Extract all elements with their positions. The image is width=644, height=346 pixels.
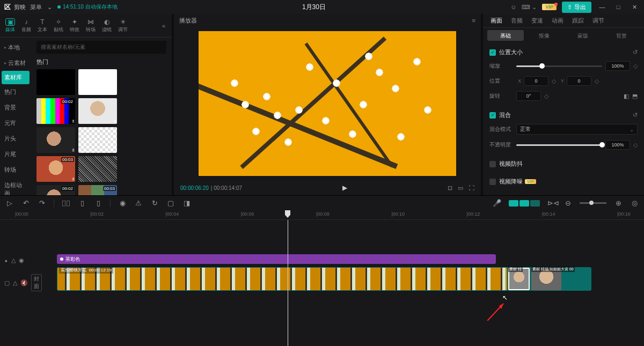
feedback-icon[interactable]: ☺ — [510, 4, 516, 10]
tool-tab-effect[interactable]: ✦特效 — [67, 15, 83, 36]
media-thumbnail[interactable] — [78, 127, 117, 153]
sidebar-item[interactable]: 热门 — [0, 84, 31, 100]
sidebar-item[interactable]: 边框动画 — [0, 178, 31, 195]
media-thumbnail[interactable]: 00:03± — [36, 156, 75, 182]
media-thumbnail[interactable] — [78, 69, 117, 95]
mic-icon[interactable]: 🎤 — [493, 199, 501, 207]
media-thumbnail[interactable] — [36, 69, 75, 95]
mute-icon[interactable]: ◉ — [19, 257, 24, 264]
redo-icon[interactable]: ↷ — [38, 199, 46, 207]
collapse-icon[interactable]: « — [158, 23, 170, 29]
sidebar-item[interactable]: 转场 — [0, 162, 31, 178]
shortcut-icon[interactable]: ⌨ ⌄ — [522, 4, 537, 11]
play-button[interactable]: ▶ — [342, 184, 347, 192]
stabilize-toggle[interactable]: ✓ — [489, 161, 496, 167]
reverse-icon[interactable]: ↻ — [150, 199, 159, 207]
tool-tab-audio[interactable]: ♪音频 — [18, 15, 34, 36]
undo-icon[interactable]: ↶ — [21, 199, 30, 207]
keyframe-opacity-icon[interactable]: ◇ — [633, 142, 638, 149]
prop-tab[interactable]: 调节 — [588, 14, 609, 27]
magnet-icon[interactable]: ⊳⊲ — [547, 199, 556, 207]
split-icon[interactable]: ⌷⌷ — [62, 199, 70, 207]
keyframe-y-icon[interactable]: ◇ — [595, 78, 599, 85]
denoise-toggle[interactable]: ✓ — [489, 179, 496, 185]
menu-dropdown[interactable]: 菜单 — [30, 3, 42, 11]
filter-clip[interactable]: 茶彩色 — [57, 254, 496, 264]
tool-tab-filter[interactable]: ◐滤镜 — [99, 15, 115, 36]
prop-subtab[interactable]: 抠像 — [526, 30, 562, 41]
prop-subtab[interactable]: 背景 — [603, 30, 640, 41]
blend-mode-dropdown[interactable]: 正常 — [516, 124, 638, 135]
media-thumbnail[interactable]: 00:02± — [36, 98, 75, 124]
visibility-icon[interactable]: △ — [13, 279, 17, 286]
freeze-icon[interactable]: ⚠ — [134, 199, 143, 207]
tool-tab-adjust[interactable]: ☀调节 — [115, 15, 131, 36]
playhead-marker[interactable] — [285, 210, 290, 218]
ratio-icon[interactable]: ▭ — [458, 185, 463, 192]
tool-tab-media[interactable]: ▣媒体 — [2, 15, 18, 36]
rotate-input[interactable]: 0° — [516, 91, 541, 101]
original-ratio-icon[interactable]: ⊡ — [448, 185, 452, 192]
mirror-icon[interactable]: ◨ — [182, 199, 191, 207]
maximize-button[interactable]: □ — [613, 2, 624, 12]
flip-v-icon[interactable]: ⬒ — [632, 93, 638, 100]
search-input[interactable]: 搜索素材名称/元素 — [36, 41, 166, 54]
opacity-slider[interactable] — [516, 144, 602, 146]
fit-icon[interactable]: ◎ — [630, 199, 639, 207]
zoom-slider[interactable] — [580, 202, 606, 204]
zoom-out-icon[interactable]: ⊖ — [564, 199, 572, 207]
sidebar-item[interactable]: 本地 — [0, 40, 31, 55]
media-thumbnail[interactable]: 00:03 — [78, 185, 117, 195]
sidebar-item[interactable]: 云素材 — [0, 55, 31, 71]
tracks-container[interactable]: 茶彩色 实拍樱桃开花 00:00:12:19 素材 转 素材 转场 站姐姐大黄 … — [42, 220, 644, 346]
delete-right-icon[interactable]: ▯ — [94, 199, 103, 207]
scale-value[interactable]: 100% — [605, 61, 630, 71]
select-tool-icon[interactable]: ▷ — [5, 199, 14, 207]
export-button[interactable]: ⇧ 导出 — [562, 2, 591, 13]
sidebar-item[interactable]: 片头 — [0, 131, 31, 146]
prop-subtab[interactable]: 蒙版 — [565, 30, 601, 41]
video-clip-main[interactable] — [57, 268, 507, 290]
tool-tab-text[interactable]: T文本 — [34, 15, 50, 36]
menu-chevron-icon[interactable]: ⌄ — [47, 4, 52, 11]
close-button[interactable]: ✕ — [629, 2, 640, 12]
vip-badge[interactable]: VIP — [542, 4, 557, 10]
tool-tab-sticker[interactable]: ✧贴纸 — [50, 15, 67, 36]
crop-icon[interactable]: ▢ — [166, 199, 175, 207]
sidebar-item[interactable]: 背景 — [0, 100, 31, 115]
timeline-ruler[interactable]: |00:00|00:02|00:04|00:06|00:08|00:10|00:… — [0, 210, 644, 220]
keyframe-x-icon[interactable]: ◇ — [552, 78, 556, 85]
sidebar-item[interactable]: 元宵 — [0, 115, 31, 131]
flip-h-icon[interactable]: ◧ — [624, 93, 629, 100]
sidebar-item[interactable]: 素材库 — [2, 71, 30, 84]
preview-canvas[interactable] — [199, 31, 456, 176]
tool-tab-transition[interactable]: ⋈转场 — [83, 15, 99, 36]
prop-tab[interactable]: 音频 — [507, 14, 527, 27]
opacity-value[interactable]: 100% — [605, 140, 630, 150]
media-thumbnail[interactable]: ± — [78, 98, 117, 124]
zoom-in-icon[interactable]: ⊕ — [614, 199, 623, 207]
lock-icon[interactable]: ▢ — [4, 279, 10, 286]
mute-icon[interactable]: 🔇 — [20, 279, 28, 286]
sidebar-item[interactable]: 片尾 — [0, 146, 31, 162]
scale-slider[interactable] — [516, 65, 602, 67]
media-thumbnail[interactable] — [78, 156, 117, 182]
keyframe-icon[interactable]: ◇ — [633, 63, 638, 70]
delete-left-icon[interactable]: ▯ — [78, 199, 86, 207]
cover-button[interactable]: 封面 — [31, 274, 42, 291]
reset-blend-icon[interactable]: ↺ — [633, 112, 638, 119]
prop-tab[interactable]: 动画 — [547, 14, 568, 27]
preview-menu-icon[interactable]: ≡ — [472, 17, 475, 24]
position-x-input[interactable]: 0 — [524, 76, 548, 86]
playhead[interactable] — [288, 220, 288, 346]
blend-toggle[interactable]: ✓ — [489, 112, 496, 119]
prop-tab[interactable]: 画面 — [486, 14, 507, 27]
fullscreen-icon[interactable]: ⛶ — [469, 185, 474, 192]
prop-tab[interactable]: 变速 — [527, 14, 547, 27]
lock-icon[interactable]: ⬥ — [4, 257, 8, 263]
track-toggle[interactable] — [509, 200, 540, 207]
prop-subtab[interactable]: 基础 — [487, 30, 524, 41]
media-thumbnail[interactable]: ± — [36, 127, 75, 153]
reset-position-icon[interactable]: ↺ — [633, 49, 638, 56]
visibility-icon[interactable]: △ — [11, 257, 16, 264]
